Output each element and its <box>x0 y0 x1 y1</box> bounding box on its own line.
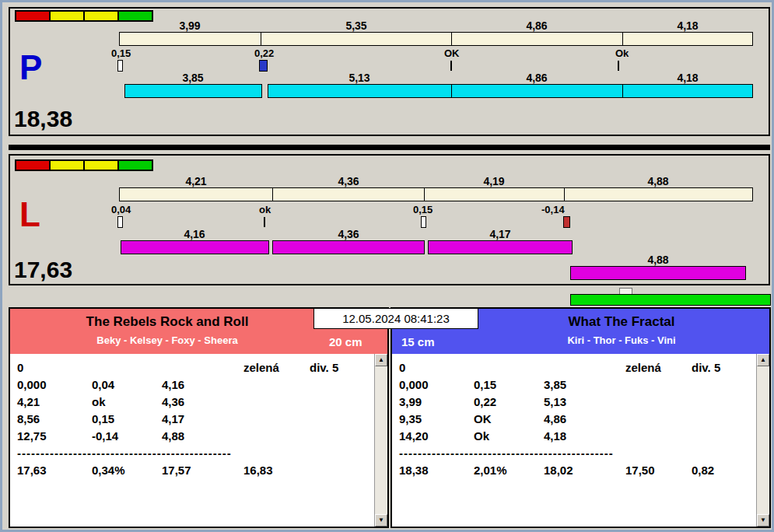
lane-p-section: P 3,99 5,35 4,86 4,18 0,15 0,22 OK Ok 3,… <box>9 7 770 136</box>
table-cell: 0 <box>399 359 474 376</box>
table-cell: 4,88 <box>162 428 243 445</box>
yellow-light-icon <box>83 10 119 22</box>
vertical-scrollbar[interactable]: ▲ ▼ <box>374 354 387 527</box>
pending-time-bar <box>570 266 746 280</box>
dog-time-label: 4,18 <box>657 72 719 84</box>
table-cell: 18,02 <box>544 462 625 479</box>
split-bar-segment <box>119 187 273 201</box>
split-bar-segment <box>119 32 261 46</box>
crossing-marker <box>117 60 123 72</box>
team-right-results-table: 0 zelená div. 5 0,000 0,15 3,85 3,99 0,2… <box>392 354 769 527</box>
lane-total-time: 18,38 <box>14 107 72 131</box>
crossing-marker <box>117 216 123 228</box>
split-bar-segment <box>622 32 753 46</box>
table-cell: 14,20 <box>399 428 474 445</box>
table-cell: 16,83 <box>243 462 310 479</box>
dog-time-bar <box>124 84 262 98</box>
green-light-icon <box>117 159 153 171</box>
team-name: The Rebels Rock and Roll <box>12 314 323 330</box>
dog-time-bar <box>268 84 452 98</box>
table-cell: zelená <box>625 359 692 376</box>
table-cell: Ok <box>474 428 544 445</box>
race-timestamp: 12.05.2024 08:41:23 <box>313 308 478 329</box>
table-cell: 0,000 <box>17 376 92 394</box>
table-cell: OK <box>474 411 544 428</box>
scroll-up-icon[interactable]: ▲ <box>757 354 769 366</box>
team-left-panel: The Rebels Rock and Roll Beky - Kelsey -… <box>9 307 389 528</box>
table-cell <box>544 359 625 376</box>
scroll-down-icon[interactable]: ▼ <box>757 514 769 527</box>
table-cell: 4,36 <box>162 394 243 411</box>
table-cell: 3,99 <box>399 394 474 411</box>
yellow-light-icon <box>49 159 85 171</box>
split-time-label: 4,86 <box>506 19 568 32</box>
dog-time-bar <box>272 240 425 254</box>
yellow-light-icon <box>49 10 85 22</box>
deviation-label: 0,22 <box>254 47 274 59</box>
dog-time-bar <box>121 240 269 254</box>
table-cell: 0,15 <box>474 376 544 394</box>
dog-time-label: 5,13 <box>328 72 391 84</box>
table-cell: 0 <box>17 359 92 376</box>
vertical-scrollbar[interactable]: ▲ ▼ <box>756 354 769 527</box>
table-cell: 8,56 <box>17 411 92 428</box>
table-separator: ----------------------------------------… <box>10 445 387 462</box>
split-time-label: 4,36 <box>317 175 380 187</box>
table-cell: 0,15 <box>92 411 162 428</box>
table-cell: 17,63 <box>17 462 92 479</box>
lane-letter: L <box>19 198 40 232</box>
table-cell: 0,34% <box>92 462 162 479</box>
scroll-up-icon[interactable]: ▲ <box>375 354 387 366</box>
crossing-marker <box>421 216 426 228</box>
deviation-label: 0,15 <box>111 47 131 59</box>
split-time-label: 3,99 <box>159 19 221 32</box>
deviation-label: 0,15 <box>413 204 433 215</box>
pending-time-label: 4,88 <box>627 254 689 266</box>
table-cell: 4,18 <box>544 428 625 445</box>
dog-result-row: 9,35 OK 4,86 <box>392 411 769 428</box>
table-cell: 17,50 <box>625 462 692 479</box>
totals-row: 18,38 2,01% 18,02 17,50 0,82 <box>392 462 769 479</box>
table-cell: 9,35 <box>399 411 474 428</box>
jump-height: 20 cm <box>329 335 362 348</box>
split-bar-segment <box>272 187 425 201</box>
split-time-label: 4,88 <box>627 175 689 187</box>
dog-time-label: 4,36 <box>317 228 380 240</box>
table-cell: 5,13 <box>544 394 625 411</box>
deviation-label: Ok <box>615 47 629 59</box>
scroll-down-icon[interactable]: ▼ <box>375 514 387 527</box>
dog-lineup: Beky - Kelsey - Foxy - Sheera <box>12 334 323 346</box>
split-time-label: 4,19 <box>463 175 525 187</box>
crossing-marker <box>450 61 452 71</box>
table-cell: 0,000 <box>399 376 474 394</box>
dog-time-label: 4,16 <box>163 228 226 240</box>
table-cell: ok <box>92 394 162 411</box>
split-time-label: 4,21 <box>165 175 227 187</box>
table-cell: 4,16 <box>162 376 243 394</box>
table-cell: 2,01% <box>474 462 544 479</box>
dog-result-row: 12,75 -0,14 4,88 <box>10 428 387 445</box>
jump-height: 15 cm <box>401 335 435 348</box>
table-separator: ----------------------------------------… <box>392 445 769 462</box>
dog-result-row: 0,000 0,15 3,85 <box>392 376 769 394</box>
table-cell: zelená <box>243 359 310 376</box>
red-light-icon <box>15 159 51 171</box>
crossing-marker <box>618 61 619 71</box>
table-cell: 3,85 <box>544 376 625 394</box>
dog-result-row: 4,21 ok 4,36 <box>10 394 387 411</box>
table-cell: -0,14 <box>92 428 162 445</box>
dog-time-label: 4,17 <box>469 228 531 240</box>
dog-time-bar <box>622 84 753 98</box>
deviation-label: 0,04 <box>111 204 131 215</box>
red-light-icon <box>15 10 51 22</box>
dog-time-bar <box>451 84 623 98</box>
split-time-label: 4,18 <box>657 19 719 32</box>
dog-lineup: Kiri - Thor - Fuks - Vini <box>475 334 768 346</box>
dog-time-label: 3,85 <box>162 72 224 84</box>
running-dog-progress-bar <box>570 294 771 306</box>
start-lights <box>15 10 153 22</box>
lane-divider <box>9 145 770 150</box>
team-name: What The Fractal <box>475 314 768 330</box>
dog-result-row: 0,000 0,04 4,16 <box>10 376 387 394</box>
split-bar-segment <box>424 187 565 201</box>
